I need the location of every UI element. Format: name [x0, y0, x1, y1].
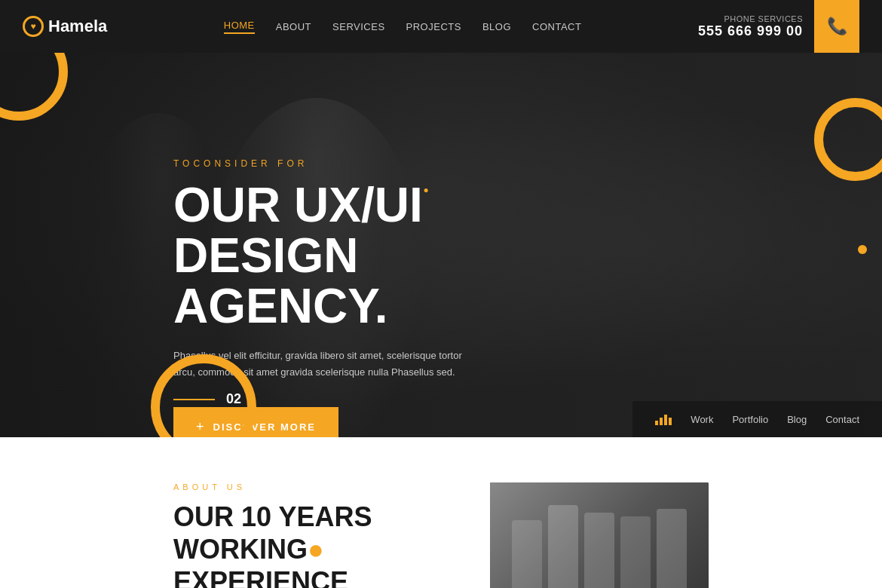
about-section: ABOUT US OUR 10 YEARS WORKING● EXPERIENC…	[0, 437, 882, 588]
about-title: OUR 10 YEARS WORKING● EXPERIENCE DESIGN	[173, 501, 430, 588]
phone-button[interactable]: 📞	[814, 0, 859, 53]
logo-text: Hamela	[48, 17, 107, 36]
about-label: ABOUT US	[173, 482, 490, 492]
bottom-nav-work[interactable]: Work	[691, 414, 713, 425]
hero-section: TOCONSIDER FOR OUR UX/UI● DESIGN AGENCY.…	[0, 53, 882, 437]
header: Hamela HOME ABOUT SERVICES PROJECTS BLOG…	[0, 0, 882, 53]
nav-contact[interactable]: CONTACT	[532, 21, 581, 32]
hero-title-line2: DESIGN AGENCY.	[173, 228, 388, 333]
nav-home[interactable]: HOME	[224, 20, 255, 34]
about-team-image	[490, 482, 709, 588]
about-left: ABOUT US OUR 10 YEARS WORKING● EXPERIENC…	[173, 482, 490, 588]
nav-about[interactable]: ABOUT	[276, 21, 311, 32]
nav-services[interactable]: SERVICES	[332, 21, 385, 32]
about-title-line1: OUR 10 YEARS WORKING●	[173, 501, 372, 565]
nav-projects[interactable]: PROJECTS	[406, 21, 461, 32]
bottom-nav-blog[interactable]: Blog	[787, 414, 807, 425]
hero-bottom-nav: Work Portfolio Blog Contact	[632, 401, 882, 437]
chart-bar-icon	[655, 413, 672, 425]
logo[interactable]: Hamela	[23, 16, 107, 37]
about-inner: ABOUT US OUR 10 YEARS WORKING● EXPERIENC…	[173, 482, 709, 588]
bottom-nav-portfolio[interactable]: Portfolio	[732, 414, 768, 425]
bottom-nav-contact[interactable]: Contact	[825, 414, 859, 425]
side-indicator-dot	[858, 245, 867, 254]
phone-info: Phone Services 555 666 999 00	[698, 14, 803, 39]
phone-number: 555 666 999 00	[698, 23, 803, 39]
main-nav: HOME ABOUT SERVICES PROJECTS BLOG CONTAC…	[224, 20, 582, 34]
about-title-line2: EXPERIENCE DESIGN	[173, 566, 348, 588]
phone-label: Phone Services	[698, 14, 803, 23]
header-right: Phone Services 555 666 999 00 📞	[698, 0, 859, 53]
hero-subtitle: TOCONSIDER FOR	[173, 158, 565, 169]
nav-blog[interactable]: BLOG	[482, 21, 511, 32]
hero-title: OUR UX/UI● DESIGN AGENCY.	[173, 180, 565, 332]
logo-icon	[23, 16, 44, 37]
hero-title-line1: OUR UX/UI●	[173, 178, 423, 232]
phone-icon: 📞	[827, 17, 847, 36]
